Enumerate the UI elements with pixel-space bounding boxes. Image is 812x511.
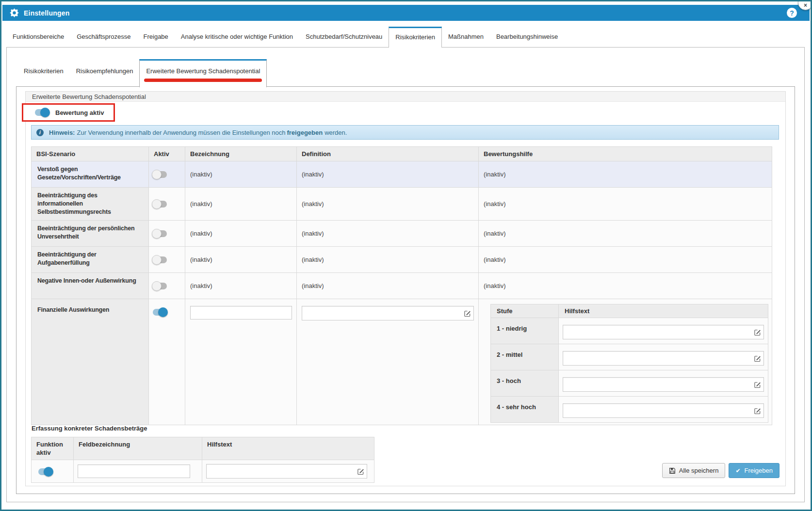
table-row: Beeinträchtigung der persönlichen Unvers… xyxy=(32,221,772,247)
edit-icon[interactable] xyxy=(751,407,763,415)
edit-icon[interactable] xyxy=(751,355,763,362)
bewertungshilfe-value: (inaktiv) xyxy=(479,161,772,188)
info-icon: i xyxy=(36,129,44,136)
col-aktiv: Aktiv xyxy=(149,147,185,161)
tab-risikokriterien[interactable]: Risikokriterien xyxy=(389,27,442,48)
bezeichnung-value: (inaktiv) xyxy=(185,161,297,188)
subtab-content-box: Erweiterte Bewertung Schadenspotential B… xyxy=(16,86,795,494)
hilfstext-input-sehr-hoch[interactable] xyxy=(563,404,751,417)
save-all-button[interactable]: Alle speichern xyxy=(662,463,726,478)
scenario-active-toggle[interactable] xyxy=(153,256,167,263)
definition-value: (inaktiv) xyxy=(297,273,479,299)
release-button[interactable]: ✔ Freigeben xyxy=(729,463,780,478)
hilfstext-input-mittel[interactable] xyxy=(563,351,751,365)
definition-value: (inaktiv) xyxy=(297,247,479,273)
hinweis-text-end: werden. xyxy=(325,129,347,136)
hinweis-bold-word: freigegeben xyxy=(287,129,323,136)
col-bsi-szenario: BSI-Szenario xyxy=(32,147,149,161)
table-row: Verstoß gegen Gesetze/Vorschriften/Vertr… xyxy=(32,161,772,188)
table-header-row: Funktion aktiv Feldbezeichnung Hilfstext xyxy=(32,437,374,460)
subtab-label: Erweiterte Bewertung Schadenspotential xyxy=(144,67,262,75)
level-label: 4 - sehr hoch xyxy=(491,397,559,423)
tab-bearbeitungshinweise[interactable]: Bearbeitungshinweise xyxy=(490,27,564,47)
bewertungshilfe-value: (inaktiv) xyxy=(479,221,772,247)
level-label: 2 - mittel xyxy=(491,344,559,370)
table-row: Beeinträchtigung des informationellen Se… xyxy=(32,188,772,221)
bewertungshilfe-value: (inaktiv) xyxy=(479,247,772,273)
tab-geschaeftsprozesse[interactable]: Geschäftsprozesse xyxy=(70,27,137,47)
bewertungshilfe-value: (inaktiv) xyxy=(479,188,772,221)
subtab-risikoempfehlungen[interactable]: Risikoempfehlungen xyxy=(70,59,140,87)
annotation-underline xyxy=(144,79,262,82)
tab-freigabe[interactable]: Freigabe xyxy=(137,27,175,47)
edit-icon[interactable] xyxy=(751,381,763,388)
scenario-active-toggle[interactable] xyxy=(153,283,167,289)
tab-massnahmen[interactable]: Maßnahmen xyxy=(442,27,490,47)
table-row-finanzielle-auswirkungen: Finanzielle Auswirkungen xyxy=(32,299,772,425)
definition-input[interactable] xyxy=(302,306,461,320)
bezeichnung-value: (inaktiv) xyxy=(185,188,297,221)
schadensbetraege-table: Funktion aktiv Feldbezeichnung Hilfstext xyxy=(31,437,374,483)
level-row: 3 - hoch xyxy=(491,370,768,397)
scenario-name: Negative Innen-oder Außenwirkung xyxy=(32,273,149,299)
feldbezeichnung-input[interactable] xyxy=(78,464,190,478)
help-icon[interactable]: ? xyxy=(787,8,797,18)
subtab-erweiterte-bewertung[interactable]: Erweiterte Bewertung Schadenspotential xyxy=(139,59,267,87)
tab-analyse-kritische-funktion[interactable]: Analyse kritische oder wichtige Funktion xyxy=(175,27,299,47)
footer-actions: Alle speichern ✔ Freigeben xyxy=(662,463,780,478)
table-row: Beeinträchtigung der Aufgabenerfüllung (… xyxy=(32,247,772,273)
funktion-aktiv-toggle[interactable] xyxy=(38,468,52,475)
col-stufe: Stufe xyxy=(491,304,559,318)
bezeichnung-value: (inaktiv) xyxy=(185,273,297,299)
definition-value: (inaktiv) xyxy=(297,221,479,247)
hinweis-banner: i Hinweis: Zur Verwendung innerhalb der … xyxy=(31,125,779,140)
gear-icon xyxy=(10,8,19,17)
col-hilfstext: Hilfstext xyxy=(202,437,374,460)
hinweis-text: Zur Verwendung innerhalb der Anwendung m… xyxy=(77,129,285,136)
tab-schutzbedarf[interactable]: Schutzbedarf/Schutzniveau xyxy=(299,27,389,47)
bsi-szenario-table: BSI-Szenario Aktiv Bezeichnung Definitio… xyxy=(31,146,772,425)
level-label: 1 - niedrig xyxy=(491,318,559,344)
level-row: 1 - niedrig xyxy=(491,318,768,344)
save-icon xyxy=(669,467,676,474)
table-row: Negative Innen-oder Außenwirkung (inakti… xyxy=(32,273,772,299)
scenario-active-toggle[interactable] xyxy=(153,230,167,237)
subtab-risikokriterien[interactable]: Risikokriterien xyxy=(17,59,70,87)
scenario-active-toggle[interactable] xyxy=(153,201,167,208)
bezeichnung-value: (inaktiv) xyxy=(185,221,297,247)
edit-icon[interactable] xyxy=(354,468,367,475)
col-feldbezeichnung: Feldbezeichnung xyxy=(74,437,202,460)
hilfstext-input-niedrig[interactable] xyxy=(563,325,751,339)
toggle-knob xyxy=(40,108,50,117)
annotation-highlight-box: Bewertung aktiv xyxy=(22,103,115,122)
col-definition: Definition xyxy=(297,147,479,161)
tab-funktionsbereiche[interactable]: Funktionsbereiche xyxy=(6,27,70,47)
hilfstext-input[interactable] xyxy=(207,464,354,478)
main-tab-bar: Funktionsbereiche Geschäftsprozesse Frei… xyxy=(6,27,805,47)
table-header-row: BSI-Szenario Aktiv Bezeichnung Definitio… xyxy=(32,147,772,161)
bezeichnung-input[interactable] xyxy=(190,306,292,319)
release-label: Freigeben xyxy=(744,467,773,474)
col-hilfstext: Hilfstext xyxy=(559,304,768,318)
title-bar: Einstellungen ? xyxy=(2,5,810,21)
scenario-name: Finanzielle Auswirkungen xyxy=(32,299,149,425)
scenario-name: Beeinträchtigung der persönlichen Unvers… xyxy=(32,221,149,247)
level-row: 4 - sehr hoch xyxy=(491,397,768,423)
erweiterte-bewertung-panel: Erweiterte Bewertung Schadenspotential B… xyxy=(25,91,786,486)
window-title: Einstellungen xyxy=(24,9,69,17)
hinweis-label: Hinweis: xyxy=(49,129,75,136)
edit-icon[interactable] xyxy=(461,310,473,317)
table-row xyxy=(32,460,374,483)
bezeichnung-value: (inaktiv) xyxy=(185,247,297,273)
settings-window: Einstellungen ? × Funktionsbereiche Gesc… xyxy=(0,0,812,511)
damage-section-title: Erfassung konkreter Schadensbeträge xyxy=(32,425,147,432)
scenario-name: Beeinträchtigung der Aufgabenerfüllung xyxy=(32,247,149,273)
bewertung-aktiv-toggle[interactable] xyxy=(35,109,49,116)
edit-icon[interactable] xyxy=(751,329,763,336)
scenario-name: Verstoß gegen Gesetze/Vorschriften/Vertr… xyxy=(32,161,149,188)
scenario-active-toggle[interactable] xyxy=(153,309,167,316)
scenario-active-toggle[interactable] xyxy=(153,171,167,178)
check-icon: ✔ xyxy=(735,467,740,474)
hilfstext-input-hoch[interactable] xyxy=(563,378,751,391)
tab-content-box: Risikokriterien Risikoempfehlungen Erwei… xyxy=(6,47,805,502)
